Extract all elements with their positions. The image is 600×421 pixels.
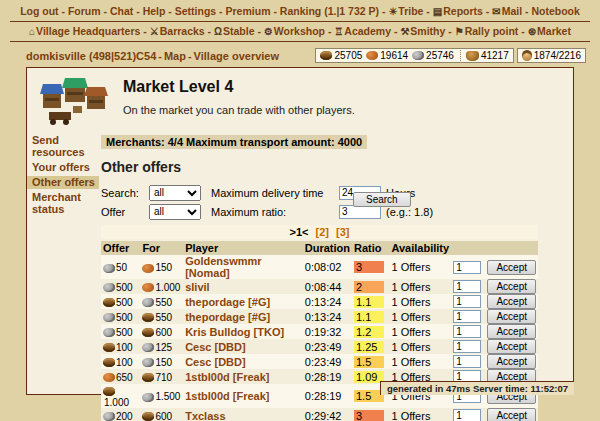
main-column: Merchants: 4/4 Maximum transport amount:… [99,130,573,421]
house-icon: ⌂ [29,26,35,37]
availability: 1 Offers [389,339,451,354]
duration: 0:23:49 [303,339,352,354]
accept-button[interactable]: Accept [487,294,536,309]
quantity-input[interactable] [453,355,481,368]
for-amount: 150 [155,262,172,273]
nav-tribe[interactable]: ☀Tribe [379,5,423,17]
ratio-badge: 1.1 [354,311,384,323]
accept-button[interactable]: Accept [487,324,536,339]
offer-amount: 650 [116,372,133,383]
player-link[interactable]: Goldenswmmr [Nomad] [185,255,261,279]
panel-header: Market Level 4 On the market you can tra… [27,68,573,130]
village-overview-link[interactable]: Village overview [194,50,279,62]
sidebar-item-your-offers[interactable]: Your offers [27,161,99,174]
wheel-icon: ⊛ [528,26,536,37]
player-link[interactable]: Cesc [DBD] [185,341,246,353]
nav-notebook[interactable]: Notebook [522,5,580,17]
storage-icon [466,51,479,61]
player-link[interactable]: Txclass [185,410,225,421]
col-for: For [140,241,183,255]
map-link[interactable]: Map [164,50,186,62]
nav-rally-point[interactable]: ⚑Rally point [445,25,518,37]
accept-button[interactable]: Accept [487,279,536,294]
ratio-badge: 1.5 [354,356,384,368]
nav-help[interactable]: Help [133,5,165,17]
nav-reports[interactable]: ▤Reports [423,5,482,17]
for-resource-icon [142,412,154,421]
search-select[interactable]: all [149,185,201,201]
sun-icon: ☀ [388,6,397,17]
ratio-badge: 3 [354,261,384,273]
quantity-input[interactable] [453,325,481,338]
max-ratio-label: Maximum ratio: [211,206,339,218]
accept-button[interactable]: Accept [487,339,536,354]
for-amount: 150 [155,357,172,368]
nav-premium[interactable]: Premium [216,5,270,17]
search-label: Search: [101,187,149,199]
nav-chat[interactable]: Chat [101,5,134,17]
offer-amount: 200 [116,411,133,421]
sidebar-item-other-offers[interactable]: Other offers [27,176,99,189]
search-button[interactable]: Search [353,192,411,207]
for-resource-icon [142,328,154,337]
page-3-link[interactable]: [3] [336,226,349,238]
player-link[interactable]: Cesc [DBD] [185,356,246,368]
page-2-link[interactable]: [2] [316,226,329,238]
quantity-input[interactable] [453,340,481,353]
quantity-input[interactable] [453,310,481,323]
offer-amount: 50 [116,262,127,273]
player-link[interactable]: thepordage [#G] [185,311,270,323]
nav-smithy[interactable]: ⚒Smithy [391,25,445,37]
player-link[interactable]: 1stbl00d [Freak] [185,390,269,402]
quantity-input[interactable] [453,261,481,274]
duration: 0:28:19 [303,369,352,384]
nav-market[interactable]: ⊛Market [518,25,571,37]
quantity-input[interactable] [453,295,481,308]
player-link[interactable]: thepordage [#G] [185,296,270,308]
nav-settings[interactable]: Settings [165,5,216,17]
quantity-input[interactable] [453,409,481,421]
page-title: Market Level 4 [123,78,355,96]
duration: 0:13:24 [303,309,352,324]
accept-button[interactable]: Accept [487,260,536,275]
nav-forum[interactable]: Forum [59,5,101,17]
nav-workshop[interactable]: ⚙Workshop [255,25,325,37]
nav-academy[interactable]: ♖Academy [325,25,391,37]
accept-button[interactable]: Accept [487,354,536,369]
sidebar-item-merchant-status[interactable]: Merchant status [27,191,99,216]
ratio-badge: 1.2 [354,326,384,338]
merchants-status: Merchants: 4/4 Maximum transport amount:… [101,135,367,149]
nav-barracks[interactable]: ⚔Barracks [140,25,204,37]
population-box: 1874/2216 [517,48,586,63]
player-link[interactable]: slivil [185,281,209,293]
player-link[interactable]: 1stbl00d [Freak] [185,371,269,383]
offer-resource-icon [103,387,115,396]
report-icon: ▤ [433,6,442,17]
col-player: Player [183,241,303,255]
offer-resource-icon [103,313,115,322]
top-nav: Log outForumChatHelpSettingsPremiumRanki… [0,0,600,17]
availability: 1 Offers [389,408,451,421]
for-resource-icon [142,343,154,352]
nav-logout[interactable]: Log out [20,5,58,17]
offer-row: 100 150 Cesc [DBD] 0:23:49 1.5 1 Offers … [101,354,538,369]
tower-icon: ♖ [334,26,343,37]
accept-button[interactable]: Accept [487,309,536,324]
offer-row: 500 1.000 slivil 0:08:44 2 1 Offers Acce… [101,279,538,294]
for-resource-icon [142,393,154,402]
server-time-footer: generated in 47ms Server time: 11:52:07 [380,381,574,395]
offer-select[interactable]: all [149,204,201,220]
accept-button[interactable]: Accept [487,408,536,421]
offer-filters: Search: all Maximum delivery time Hours … [101,183,547,221]
quantity-input[interactable] [453,280,481,293]
nav-mail[interactable]: ✉Mail [483,5,522,17]
player-link[interactable]: Kris Bulldog [TKO] [185,326,284,338]
page-subtitle: On the market you can trade with other p… [123,104,355,116]
duration: 0:28:19 [303,384,352,408]
building-nav: ⌂Village Headquarters⚔BarracksΩStable⚙Wo… [0,22,600,37]
nav-ranking[interactable]: Ranking (1.|1 732 P) [270,5,379,17]
horseshoe-icon: Ω [214,26,222,37]
nav-village-headquarters[interactable]: ⌂Village Headquarters [29,25,140,37]
sidebar-item-send-resources[interactable]: Send resources [27,134,99,159]
nav-stable[interactable]: ΩStable [205,25,255,37]
